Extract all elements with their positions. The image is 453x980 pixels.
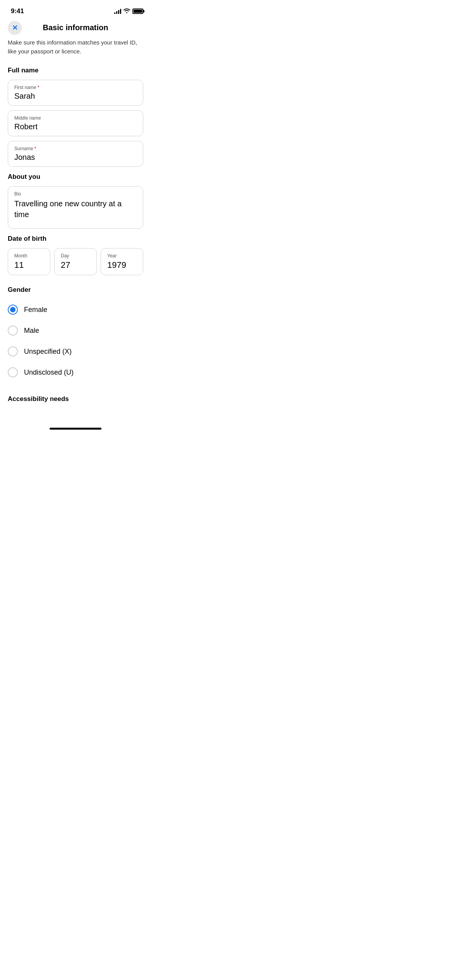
gender-male-radio[interactable] bbox=[8, 326, 18, 336]
gender-undisclosed-radio[interactable] bbox=[8, 367, 18, 377]
gender-label: Gender bbox=[8, 286, 143, 294]
home-indicator bbox=[50, 428, 101, 430]
close-icon: ✕ bbox=[12, 24, 18, 31]
battery-icon bbox=[132, 9, 143, 14]
status-bar: 9:41 bbox=[0, 0, 151, 19]
accessibility-label: Accessibility needs bbox=[8, 395, 143, 403]
signal-icon bbox=[114, 9, 121, 14]
first-name-field[interactable]: First name * Sarah bbox=[8, 80, 143, 106]
about-you-section: About you Bio Travelling one new country… bbox=[8, 173, 143, 229]
accessibility-section: Accessibility needs bbox=[8, 394, 143, 403]
gender-undisclosed-label: Undisclosed (U) bbox=[24, 368, 74, 377]
year-value: 1979 bbox=[107, 260, 137, 270]
status-icons bbox=[114, 8, 143, 14]
gender-section: Gender Female Male Unspecified (X) Undis… bbox=[8, 286, 143, 383]
close-button[interactable]: ✕ bbox=[8, 21, 22, 35]
gender-female-label: Female bbox=[24, 306, 47, 314]
first-name-required: * bbox=[38, 85, 39, 90]
surname-label: Surname bbox=[14, 146, 33, 151]
bio-label: Bio bbox=[14, 191, 21, 197]
page-title: Basic information bbox=[43, 23, 108, 32]
month-value: 11 bbox=[14, 260, 44, 270]
status-time: 9:41 bbox=[11, 7, 24, 15]
day-label: Day bbox=[61, 253, 90, 259]
first-name-value: Sarah bbox=[14, 92, 137, 101]
gender-male-label: Male bbox=[24, 327, 39, 335]
day-field[interactable]: Day 27 bbox=[54, 248, 97, 275]
gender-undisclosed-option[interactable]: Undisclosed (U) bbox=[8, 362, 143, 383]
dob-row: Month 11 Day 27 Year 1979 bbox=[8, 248, 143, 275]
bio-value: Travelling one new country at a time bbox=[14, 198, 137, 224]
surname-field[interactable]: Surname * Jonas bbox=[8, 141, 143, 167]
month-label: Month bbox=[14, 253, 44, 259]
middle-name-value: Robert bbox=[14, 122, 137, 131]
gender-unspecified-label: Unspecified (X) bbox=[24, 348, 72, 356]
year-field[interactable]: Year 1979 bbox=[101, 248, 143, 275]
content: Make sure this information matches your … bbox=[0, 38, 151, 424]
gender-female-option[interactable]: Female bbox=[8, 299, 143, 320]
header: ✕ Basic information bbox=[0, 19, 151, 38]
surname-required: * bbox=[34, 146, 36, 151]
year-label: Year bbox=[107, 253, 137, 259]
middle-name-label: Middle name bbox=[14, 115, 41, 121]
dob-label: Date of birth bbox=[8, 235, 143, 243]
gender-unspecified-option[interactable]: Unspecified (X) bbox=[8, 341, 143, 362]
first-name-label: First name bbox=[14, 85, 36, 90]
middle-name-field[interactable]: Middle name Robert bbox=[8, 110, 143, 136]
wifi-icon bbox=[124, 8, 130, 14]
full-name-section: Full name First name * Sarah Middle name… bbox=[8, 67, 143, 167]
day-value: 27 bbox=[61, 260, 90, 270]
month-field[interactable]: Month 11 bbox=[8, 248, 50, 275]
bio-field[interactable]: Bio Travelling one new country at a time bbox=[8, 186, 143, 229]
radio-selected-indicator bbox=[10, 307, 15, 312]
about-you-label: About you bbox=[8, 173, 143, 181]
surname-value: Jonas bbox=[14, 153, 137, 162]
full-name-label: Full name bbox=[8, 67, 143, 74]
subtitle-text: Make sure this information matches your … bbox=[8, 38, 143, 56]
gender-male-option[interactable]: Male bbox=[8, 320, 143, 341]
gender-unspecified-radio[interactable] bbox=[8, 346, 18, 356]
dob-section: Date of birth Month 11 Day 27 Year 1979 bbox=[8, 235, 143, 275]
gender-female-radio[interactable] bbox=[8, 305, 18, 315]
